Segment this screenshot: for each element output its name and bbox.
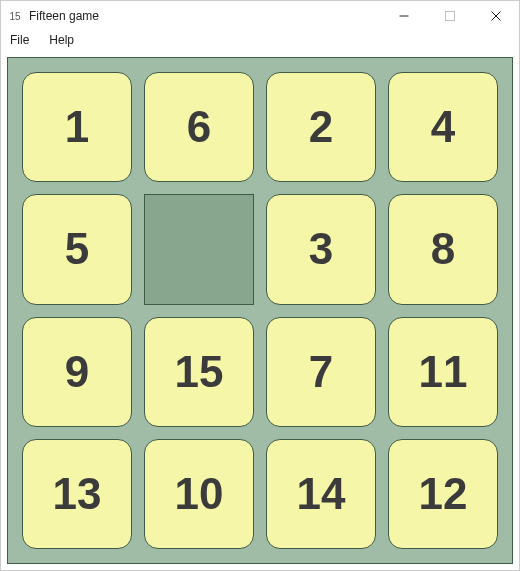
tile[interactable]: 15 [144, 317, 254, 427]
svg-rect-1 [446, 12, 455, 21]
game-board: 1 6 2 4 5 3 8 9 15 7 11 13 10 14 12 [7, 57, 513, 564]
app-icon: 15 [7, 8, 23, 24]
window-title: Fifteen game [29, 9, 99, 23]
minimize-icon [399, 11, 409, 21]
app-window: 15 Fifteen game File Help [0, 0, 520, 571]
close-button[interactable] [473, 1, 519, 31]
tile[interactable]: 14 [266, 439, 376, 549]
tile[interactable]: 11 [388, 317, 498, 427]
titlebar[interactable]: 15 Fifteen game [1, 1, 519, 31]
tile[interactable]: 13 [22, 439, 132, 549]
board-container: 1 6 2 4 5 3 8 9 15 7 11 13 10 14 12 [1, 51, 519, 570]
empty-slot [144, 194, 254, 304]
minimize-button[interactable] [381, 1, 427, 31]
tile[interactable]: 3 [266, 194, 376, 304]
tile[interactable]: 5 [22, 194, 132, 304]
close-icon [491, 11, 501, 21]
tile[interactable]: 12 [388, 439, 498, 549]
menubar: File Help [1, 31, 519, 51]
tile[interactable]: 1 [22, 72, 132, 182]
tile[interactable]: 4 [388, 72, 498, 182]
tile[interactable]: 9 [22, 317, 132, 427]
maximize-button[interactable] [427, 1, 473, 31]
menu-help[interactable]: Help [46, 32, 77, 48]
menu-file[interactable]: File [7, 32, 32, 48]
tile[interactable]: 7 [266, 317, 376, 427]
window-controls [381, 1, 519, 31]
tile[interactable]: 8 [388, 194, 498, 304]
maximize-icon [445, 11, 455, 21]
tile[interactable]: 6 [144, 72, 254, 182]
tile[interactable]: 2 [266, 72, 376, 182]
tile[interactable]: 10 [144, 439, 254, 549]
